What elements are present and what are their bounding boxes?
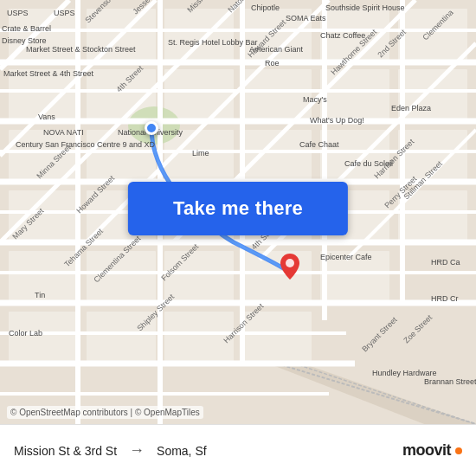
svg-rect-28 bbox=[242, 251, 312, 303]
svg-rect-31 bbox=[87, 312, 156, 363]
destination-marker bbox=[280, 254, 299, 283]
bottom-bar: Mission St & 3rd St → Soma, Sf moovit bbox=[0, 424, 476, 476]
svg-rect-27 bbox=[164, 251, 234, 303]
svg-rect-11 bbox=[320, 69, 389, 121]
map-attribution: © OpenStreetMap contributors | © OpenMap… bbox=[7, 406, 203, 419]
take-me-there-button[interactable]: Take me there bbox=[128, 182, 348, 235]
current-location-dot bbox=[145, 121, 158, 135]
svg-rect-29 bbox=[320, 251, 389, 303]
svg-rect-6 bbox=[398, 9, 467, 61]
svg-rect-25 bbox=[9, 251, 78, 303]
svg-point-63 bbox=[286, 259, 294, 267]
svg-rect-9 bbox=[164, 69, 234, 121]
svg-rect-33 bbox=[242, 312, 312, 363]
svg-rect-32 bbox=[164, 312, 234, 363]
route-from: Mission St & 3rd St bbox=[14, 444, 117, 458]
route-arrow-icon: → bbox=[129, 441, 145, 460]
svg-rect-26 bbox=[87, 251, 156, 303]
map-container: StevensonJesseMissionNatoma StHoward Str… bbox=[0, 0, 476, 424]
moovit-logo-dot bbox=[455, 447, 462, 454]
route-to: Soma, Sf bbox=[157, 444, 207, 458]
svg-rect-30 bbox=[9, 312, 78, 363]
moovit-logo: moovit bbox=[402, 441, 462, 460]
moovit-logo-text: moovit bbox=[402, 441, 451, 460]
